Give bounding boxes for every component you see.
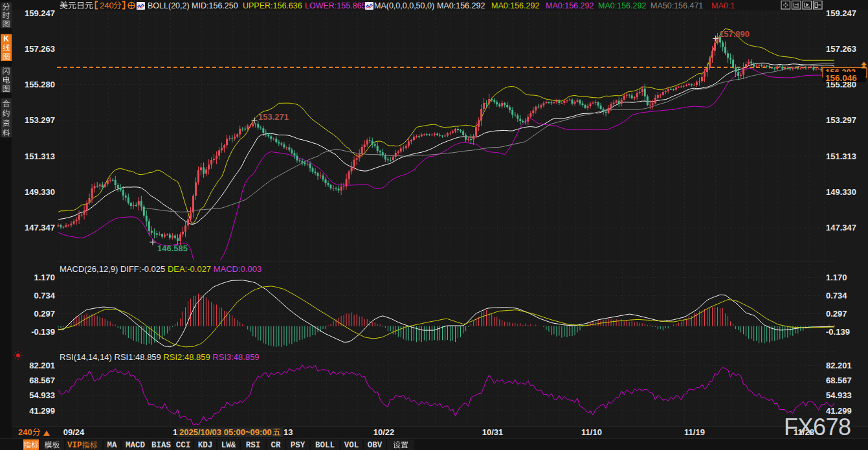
- svg-text:157.263: 157.263: [826, 44, 856, 54]
- svg-text:82.201: 82.201: [29, 361, 55, 370]
- svg-text:BOLL(20,2) MID:156.250: BOLL(20,2) MID:156.250: [148, 1, 238, 10]
- svg-text:1.170: 1.170: [826, 273, 847, 282]
- svg-text:159.247: 159.247: [826, 8, 856, 18]
- svg-text:BIAS: BIAS: [151, 441, 172, 450]
- svg-text:0.734: 0.734: [826, 291, 847, 300]
- svg-text:LW&: LW&: [221, 441, 236, 450]
- svg-text:149.330: 149.330: [25, 187, 55, 197]
- svg-text:MACD(26,12,9) DIFF:-0.025 DEA:: MACD(26,12,9) DIFF:-0.025 DEA:-0.027 MAC…: [60, 264, 262, 274]
- svg-text:82.201: 82.201: [826, 361, 852, 370]
- svg-text:10/22: 10/22: [373, 427, 395, 437]
- svg-text:54.933: 54.933: [826, 390, 852, 400]
- svg-text:1.170: 1.170: [34, 273, 55, 282]
- svg-text:157.890: 157.890: [719, 29, 750, 39]
- svg-text:0.734: 0.734: [34, 291, 55, 300]
- svg-text:1: 1: [173, 427, 177, 437]
- svg-text:LOWER:155.865: LOWER:155.865: [305, 1, 366, 10]
- svg-text:68.567: 68.567: [29, 376, 55, 385]
- svg-text:149.330: 149.330: [826, 187, 856, 197]
- svg-text:CR: CR: [271, 441, 281, 450]
- svg-text:54.933: 54.933: [29, 390, 55, 400]
- svg-text:VOL: VOL: [344, 441, 359, 450]
- svg-text:OBV: OBV: [368, 441, 383, 450]
- svg-text:-0.139: -0.139: [31, 327, 55, 337]
- svg-text:MA0:1: MA0:1: [711, 1, 735, 10]
- svg-text:0.297: 0.297: [34, 309, 55, 319]
- svg-text:151.313: 151.313: [25, 152, 55, 161]
- svg-text:KDJ: KDJ: [198, 441, 213, 450]
- svg-text:151.313: 151.313: [826, 152, 856, 161]
- svg-text:MACD: MACD: [126, 441, 146, 450]
- svg-text:MA0:156.292: MA0:156.292: [598, 1, 646, 10]
- svg-text:FX678: FX678: [784, 414, 851, 440]
- svg-text:146.585: 146.585: [157, 243, 188, 253]
- svg-text:MA0:156.292: MA0:156.292: [437, 1, 485, 10]
- svg-text:13: 13: [284, 427, 293, 437]
- svg-text:11/19: 11/19: [684, 427, 705, 437]
- svg-text:MA0:156.292: MA0:156.292: [546, 1, 594, 10]
- svg-text:PSY: PSY: [291, 441, 306, 450]
- svg-text:155.280: 155.280: [25, 80, 55, 89]
- svg-text:157.263: 157.263: [25, 44, 55, 54]
- svg-text:-0.139: -0.139: [826, 327, 850, 337]
- svg-text:RSI: RSI: [246, 441, 261, 450]
- svg-text:240: 240: [18, 427, 32, 437]
- svg-text:68.567: 68.567: [826, 376, 852, 385]
- svg-text:MA50:156.471: MA50:156.471: [651, 1, 703, 10]
- svg-text:153.271: 153.271: [258, 112, 289, 122]
- svg-text:2025/10/03 05:00~09:00: 2025/10/03 05:00~09:00: [179, 427, 272, 437]
- svg-text:0.297: 0.297: [826, 309, 847, 319]
- svg-text:156.046: 156.046: [825, 73, 857, 83]
- svg-text:09/24: 09/24: [63, 427, 85, 437]
- svg-text:MA(0,0,0,0,50,0): MA(0,0,0,0,50,0): [374, 1, 434, 10]
- svg-text:147.347: 147.347: [25, 223, 55, 232]
- svg-text:153.297: 153.297: [826, 115, 856, 125]
- svg-text:MA: MA: [107, 441, 117, 450]
- svg-text:41.299: 41.299: [29, 406, 55, 416]
- svg-text:VIP: VIP: [67, 441, 82, 450]
- svg-text:RSI(14,14,14) RSI1:48.859 RSI2: RSI(14,14,14) RSI1:48.859 RSI2:48.859 RS…: [60, 352, 260, 362]
- svg-text:CCI: CCI: [176, 441, 191, 450]
- svg-text:10/31: 10/31: [482, 427, 504, 437]
- svg-text:UPPER:156.636: UPPER:156.636: [243, 1, 302, 10]
- svg-text:147.347: 147.347: [826, 223, 856, 232]
- svg-text:159.247: 159.247: [25, 8, 55, 18]
- svg-text:MA0:156.292: MA0:156.292: [491, 1, 539, 10]
- svg-text:BOLL: BOLL: [315, 441, 335, 450]
- svg-text:240: 240: [100, 1, 114, 10]
- svg-text:11/10: 11/10: [581, 427, 602, 437]
- svg-text:153.297: 153.297: [25, 115, 55, 125]
- svg-text:K: K: [3, 34, 9, 43]
